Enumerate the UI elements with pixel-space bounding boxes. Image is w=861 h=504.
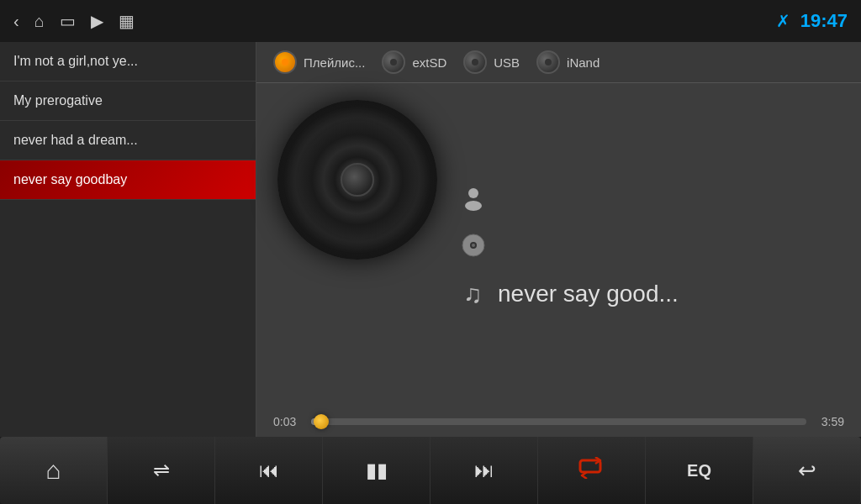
svg-point-1 xyxy=(465,201,482,211)
playlist-item[interactable]: My prerogative xyxy=(0,81,256,121)
player-body: ♫ never say good... xyxy=(256,83,861,411)
repeat-icon xyxy=(578,457,605,484)
eq-label: EQ xyxy=(687,461,711,480)
status-right: ✗ 19:47 xyxy=(776,10,848,32)
next-button[interactable]: ⏭ xyxy=(430,437,538,504)
shuffle-icon: ⇌ xyxy=(153,459,170,482)
prev-icon: ⏮ xyxy=(259,459,279,482)
svg-point-4 xyxy=(472,244,475,247)
current-time: 0:03 xyxy=(273,415,303,428)
track-title: never say good... xyxy=(498,281,679,307)
track-title-row: ♫ never say good... xyxy=(458,280,844,308)
source-tab-extsd[interactable]: extSD xyxy=(382,50,446,74)
playlist-item[interactable]: I'm not a girl,not ye... xyxy=(0,42,256,81)
eq-button[interactable]: EQ xyxy=(646,437,753,504)
source-tab-dot xyxy=(382,50,405,74)
source-tab-dot xyxy=(536,50,560,74)
bottom-toolbar: ⌂ ⇌ ⏮ ▮▮ ⏭ EQ ↩ xyxy=(0,437,861,504)
progress-row: 0:03 3:59 xyxy=(273,415,844,428)
disc-icon xyxy=(458,234,488,263)
next-icon: ⏭ xyxy=(474,459,494,482)
prev-button[interactable]: ⏮ xyxy=(215,437,323,504)
shuffle-button[interactable]: ⇌ xyxy=(108,437,215,504)
vinyl-disc xyxy=(277,100,437,260)
source-tab-label: USB xyxy=(494,55,520,70)
playlist-panel: I'm not a girl,not ye...My prerogativene… xyxy=(0,42,256,437)
pause-icon: ▮▮ xyxy=(366,459,388,482)
clock-display: 19:47 xyxy=(800,10,848,32)
source-tab-dot xyxy=(463,50,487,74)
repeat-button[interactable] xyxy=(538,437,646,504)
source-tabs: Плейлис...extSDUSBiNand xyxy=(256,42,861,83)
pause-button[interactable]: ▮▮ xyxy=(323,437,430,504)
bluetooth-icon: ✗ xyxy=(776,11,790,31)
source-tab-dot xyxy=(273,50,297,74)
home-button[interactable]: ⌂ xyxy=(0,437,108,504)
nav-controls: ‹ ⌂ ▭ ▶ ▦ xyxy=(13,11,135,31)
progress-thumb[interactable] xyxy=(314,414,329,429)
album-row xyxy=(458,234,844,263)
player-panel: Плейлис...extSDUSBiNand xyxy=(256,42,861,437)
back-button[interactable]: ↩ xyxy=(753,437,861,504)
source-tab-label: extSD xyxy=(412,55,446,70)
source-tab-label: iNand xyxy=(567,55,600,70)
back-icon: ↩ xyxy=(798,458,816,484)
playlist-item[interactable]: never say goodbay xyxy=(0,160,256,200)
back-nav-icon[interactable]: ‹ xyxy=(13,12,19,31)
total-time: 3:59 xyxy=(815,415,844,428)
source-tab-плейлис...[interactable]: Плейлис... xyxy=(273,50,365,74)
home-icon: ⌂ xyxy=(45,456,61,485)
source-tab-usb[interactable]: USB xyxy=(463,50,520,74)
source-tab-inand[interactable]: iNand xyxy=(536,50,600,74)
music-note-icon: ♫ xyxy=(458,280,488,308)
window-nav-icon[interactable]: ▭ xyxy=(60,11,76,31)
disc-art xyxy=(273,96,441,264)
progress-section: 0:03 3:59 xyxy=(256,411,861,437)
home-nav-icon[interactable]: ⌂ xyxy=(34,12,45,31)
disc-center xyxy=(341,163,374,197)
playlist-item[interactable]: never had a dream... xyxy=(0,121,256,160)
image-nav-icon[interactable]: ▦ xyxy=(119,11,135,31)
progress-track[interactable] xyxy=(311,418,806,425)
shield-nav-icon[interactable]: ▶ xyxy=(91,11,103,31)
main-content: I'm not a girl,not ye...My prerogativene… xyxy=(0,42,861,437)
artist-icon xyxy=(458,186,488,217)
status-bar: ‹ ⌂ ▭ ▶ ▦ ✗ 19:47 xyxy=(0,0,861,42)
source-tab-label: Плейлис... xyxy=(304,55,365,70)
svg-point-0 xyxy=(468,188,478,198)
artist-row xyxy=(458,186,844,217)
track-info: ♫ never say good... xyxy=(458,96,844,398)
